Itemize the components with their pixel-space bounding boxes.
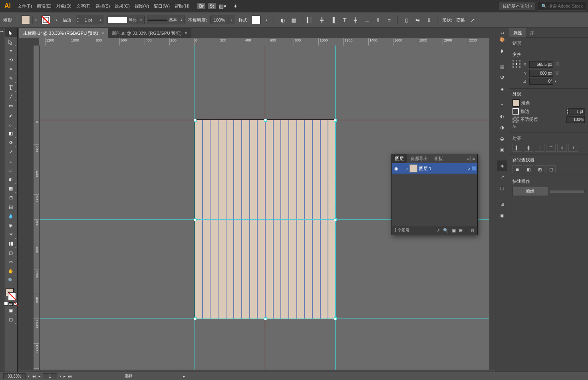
handle-icon[interactable] <box>264 119 267 122</box>
tab-layers[interactable]: 图层 <box>392 154 407 163</box>
transparency-panel-icon[interactable]: ◑ <box>497 122 507 133</box>
direct-selection-tool[interactable] <box>5 37 17 46</box>
artboards-panel-icon[interactable]: ▢ <box>497 183 507 193</box>
handle-icon[interactable] <box>194 119 197 122</box>
magic-wand-tool[interactable]: ✴ <box>5 46 17 55</box>
gpu-icon[interactable]: ✦ <box>231 2 240 10</box>
flip-v-icon[interactable]: ⥮ <box>424 16 433 24</box>
expand-arrow-icon[interactable]: › <box>406 166 408 171</box>
stock-icon[interactable]: St <box>208 3 216 9</box>
color-guide-icon[interactable]: ◗ <box>497 46 507 56</box>
nav-first-icon[interactable]: ⏮ <box>32 374 36 378</box>
layers-flyout-icon[interactable]: »│≡ <box>465 154 477 163</box>
make-clip-icon[interactable]: ▣ <box>452 228 456 233</box>
arrange-icon[interactable]: ▥▾ <box>218 2 227 10</box>
stroke-panel-icon[interactable]: ≡ <box>497 100 507 110</box>
tab-2[interactable]: 新的.ai @ 33.33% (RGB/GPU 预览)× <box>108 28 191 38</box>
handle-icon[interactable] <box>264 317 267 320</box>
recolor-icon[interactable]: ◐ <box>278 16 287 24</box>
blend-tool[interactable]: ◉ <box>5 221 17 230</box>
color-swatches[interactable] <box>5 287 17 301</box>
brushes-panel-icon[interactable]: Ψ <box>497 73 507 83</box>
scale-tool[interactable]: ⤢ <box>5 147 17 156</box>
align-left-icon[interactable]: ▍▏ <box>306 16 315 24</box>
color-panel-icon[interactable]: 🎨 <box>497 34 507 45</box>
type-tool[interactable]: T <box>5 83 17 92</box>
align-right-icon[interactable]: ▕▍ <box>329 16 338 24</box>
free-transform-tool[interactable]: ▱ <box>5 166 17 175</box>
stroke-profile[interactable] <box>108 17 127 23</box>
shape-builder-tool[interactable]: ◐ <box>5 175 17 184</box>
lasso-tool[interactable]: ⟲ <box>5 55 17 65</box>
curvature-tool[interactable]: ✎ <box>5 74 17 83</box>
stroke-width-input[interactable] <box>79 17 97 23</box>
dist-h-icon[interactable]: ⫴ <box>373 16 382 24</box>
nav-next-icon[interactable]: ▸ <box>64 374 66 378</box>
stroke-color[interactable] <box>8 292 16 300</box>
appearance-opacity[interactable] <box>566 116 585 123</box>
mesh-tool[interactable]: ⊞ <box>5 193 17 202</box>
brush-def[interactable] <box>148 20 167 21</box>
layer-name[interactable]: 图层 1 <box>419 166 431 172</box>
fill-swatch[interactable] <box>21 16 30 24</box>
align-r[interactable]: ▕ <box>535 144 544 152</box>
quick-button-2[interactable] <box>550 190 585 193</box>
layer-row-1[interactable]: ◉ › 图层 1 ○ <box>392 163 477 174</box>
artboard-tool[interactable]: ▢ <box>5 248 17 257</box>
graphic-styles-icon[interactable]: ▣ <box>497 144 507 155</box>
transform-y[interactable] <box>529 70 553 77</box>
handle-icon[interactable] <box>334 317 337 320</box>
pathfinder-panel-icon[interactable]: ▣ <box>497 210 507 220</box>
align-panel-icon[interactable]: ⊞ <box>497 199 507 209</box>
align-c[interactable]: ╋ <box>524 144 533 152</box>
expand-dock-left[interactable]: ▸▸ <box>0 28 4 380</box>
paintbrush-tool[interactable]: 🖌 <box>5 111 17 120</box>
reference-point-icon[interactable] <box>513 60 521 69</box>
align-b[interactable]: ⊥ <box>568 144 578 152</box>
appearance-fill[interactable] <box>513 99 520 107</box>
pf-unite[interactable]: ◼ <box>513 165 522 173</box>
slice-tool[interactable]: ✂ <box>5 257 17 267</box>
transform-x[interactable] <box>529 61 553 68</box>
menu-file[interactable]: 文件(F) <box>15 0 34 12</box>
hand-tool[interactable]: ✋ <box>5 267 17 276</box>
handle-icon[interactable] <box>334 119 337 122</box>
handle-icon[interactable] <box>194 218 197 221</box>
transform-flyout-icon[interactable]: ↗ <box>468 16 477 24</box>
fill-dropdown[interactable]: ▾ <box>32 16 39 24</box>
tab-1-close[interactable]: × <box>101 31 104 36</box>
tab-libraries[interactable]: 库 <box>526 28 538 38</box>
workspace-switcher[interactable]: 传统基本功能 ▾ <box>499 2 535 10</box>
symbols-panel-icon[interactable]: ♣ <box>497 84 507 94</box>
visibility-icon[interactable]: ◉ <box>392 166 401 171</box>
bridge-icon[interactable]: Br <box>197 3 205 9</box>
tab-properties[interactable]: 属性 <box>509 28 526 38</box>
align-bottom-icon[interactable]: ⊥ <box>362 16 371 24</box>
menu-select[interactable]: 选择(S) <box>93 0 113 12</box>
align-t[interactable]: ⊤ <box>546 144 556 152</box>
align-l[interactable]: ▍ <box>513 144 522 152</box>
menu-help[interactable]: 帮助(H) <box>172 0 192 12</box>
style-dropdown[interactable]: ▾ <box>263 16 270 24</box>
pen-tool[interactable]: ✒ <box>5 65 17 74</box>
menu-view[interactable]: 视图(V) <box>132 0 152 12</box>
opacity-field[interactable]: › <box>210 16 235 24</box>
flip-h-icon[interactable]: ⇋ <box>413 16 422 24</box>
transform-label[interactable]: 变换 <box>456 17 465 23</box>
gradient-tool[interactable]: ▤ <box>5 202 17 212</box>
rectangle-tool[interactable]: ▭ <box>5 101 17 111</box>
menu-window[interactable]: 窗口(W) <box>151 0 172 12</box>
eraser-tool[interactable]: ◧ <box>5 129 17 138</box>
dist-v-icon[interactable]: ≡ <box>385 16 393 24</box>
eyedropper-tool[interactable]: 💧 <box>5 212 17 221</box>
shaper-tool[interactable]: ◡ <box>5 120 17 129</box>
tab-2-close[interactable]: × <box>185 31 187 36</box>
zoom-level[interactable] <box>3 373 26 379</box>
target-icon[interactable]: ○ <box>467 166 470 171</box>
delete-layer-icon[interactable]: 🗑 <box>471 228 475 233</box>
selection-tool[interactable] <box>5 28 17 37</box>
width-tool[interactable]: ⫠ <box>5 156 17 166</box>
stroke-width[interactable]: ▴▾▾ <box>76 16 104 24</box>
align-vcenter-icon[interactable]: ┿ <box>351 16 360 24</box>
nav-last-icon[interactable]: ⏭ <box>68 374 72 378</box>
